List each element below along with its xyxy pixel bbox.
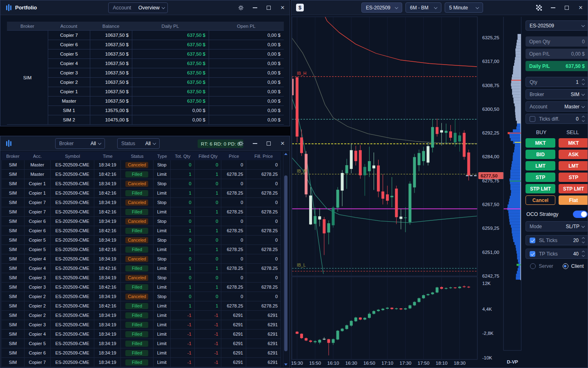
table-cell: Stop: [154, 236, 171, 245]
ticks-diff-checkbox[interactable]: [530, 116, 535, 122]
column-header[interactable]: Daily PL: [132, 24, 209, 29]
portfolio-view-switch[interactable]: Account Overview: [108, 2, 168, 13]
column-header[interactable]: Open PL: [209, 24, 284, 29]
buy-stp-lmt-button[interactable]: STP LMT: [526, 184, 555, 193]
order-row[interactable]: SIMCopier 1ES-202509-CME18:34:19Canceled…: [1, 179, 281, 188]
sell-mkt-button[interactable]: MKT: [559, 138, 588, 148]
stepper-icon[interactable]: [582, 238, 584, 243]
order-row[interactable]: SIMCopier 3ES-202509-CME18:34:19FilledLi…: [1, 320, 281, 330]
svg-text:IB_L: IB_L: [297, 263, 306, 267]
order-row[interactable]: SIMCopier 7ES-202509-CME18:42:16FilledLi…: [1, 207, 281, 217]
buy-bid-button[interactable]: BID: [526, 150, 555, 159]
oco-toggle[interactable]: [573, 211, 588, 218]
column-header[interactable]: Balance: [90, 24, 132, 29]
sell-stp-lmt-button[interactable]: STP LMT: [559, 184, 588, 193]
tab-overview[interactable]: Overview: [135, 5, 167, 11]
order-row[interactable]: SIMCopier 6ES-202509-CME18:42:16FilledLi…: [1, 226, 281, 236]
stepper-icon[interactable]: [582, 79, 584, 85]
maximize-button[interactable]: [266, 141, 272, 146]
column-header[interactable]: Acc.: [24, 154, 51, 159]
settings-gear-icon[interactable]: [238, 5, 244, 11]
sl-ticks-row[interactable]: SL Ticks20: [526, 235, 588, 245]
order-row[interactable]: SIMMasterES-202509-CME18:34:19CanceledSt…: [1, 160, 281, 170]
tab-account[interactable]: Account: [109, 5, 135, 11]
client-radio[interactable]: Client: [563, 263, 584, 269]
order-row[interactable]: SIMCopier 4ES-202509-CME18:34:19FilledLi…: [1, 330, 281, 339]
tp-ticks-row[interactable]: TP Ticks40: [526, 249, 588, 259]
column-header[interactable]: Tot. Qty: [171, 154, 195, 159]
column-header[interactable]: Broker: [7, 24, 48, 29]
order-row[interactable]: SIMCopier 1ES-202509-CME18:42:16FilledLi…: [1, 188, 281, 198]
sl-ticks-checkbox[interactable]: [530, 238, 535, 243]
scroll-up-icon[interactable]: [284, 153, 287, 155]
minimize-button[interactable]: [550, 5, 556, 11]
scrollbar-thumb[interactable]: [284, 175, 287, 351]
buy-lmt-button[interactable]: LMT: [526, 161, 555, 171]
buy-mkt-button[interactable]: MKT: [526, 138, 555, 148]
order-row[interactable]: SIMCopier 5ES-202509-CME18:34:19FilledLi…: [1, 339, 281, 348]
account-select[interactable]: AccountMaster: [526, 101, 588, 112]
broker-filter-select[interactable]: Broker All: [55, 138, 105, 149]
order-row[interactable]: SIMCopier 7ES-202509-CME18:34:19FilledLi…: [1, 358, 281, 367]
column-header[interactable]: Account: [48, 24, 90, 29]
delta-candle: [318, 340, 321, 343]
table-cell: 6291: [221, 339, 246, 348]
order-row[interactable]: SIMCopier 2ES-202509-CME18:42:16FilledLi…: [1, 301, 281, 311]
stepper-icon[interactable]: [582, 251, 584, 256]
order-row[interactable]: SIMCopier 2ES-202509-CME18:34:19FilledLi…: [1, 311, 281, 320]
timeframe-select[interactable]: 5 Minute: [445, 2, 483, 13]
status-filter-select[interactable]: Status All: [117, 138, 160, 149]
sell-stp-button[interactable]: STP: [559, 173, 588, 182]
orders-titlebar[interactable]: Broker All Status All RT: 6 RD: 0 PD: 0 …: [0, 136, 290, 151]
column-header[interactable]: Status: [121, 154, 154, 159]
maximize-button[interactable]: [266, 5, 272, 11]
close-button[interactable]: ×: [280, 141, 285, 146]
orders-scrollbar[interactable]: [283, 152, 288, 367]
close-button[interactable]: ×: [578, 5, 584, 11]
column-header[interactable]: Time: [94, 154, 121, 159]
order-row[interactable]: SIMCopier 3ES-202509-CME18:34:19Canceled…: [1, 273, 281, 283]
pattern-icon[interactable]: [536, 5, 542, 11]
price-chart[interactable]: IB_HIB_MIB_L6325,256317,006308,756300,50…: [291, 0, 521, 368]
tp-ticks-checkbox[interactable]: [530, 251, 535, 257]
maximize-button[interactable]: [564, 5, 570, 11]
mode-select[interactable]: ModeSL/TP: [526, 221, 588, 231]
broker-select[interactable]: BrokerSIM: [526, 89, 588, 99]
close-button[interactable]: ×: [280, 5, 285, 11]
settings-gear-icon[interactable]: [238, 141, 244, 146]
sell-lmt-button[interactable]: LMT: [559, 161, 588, 171]
column-header[interactable]: Price: [221, 154, 246, 159]
order-row[interactable]: SIMMasterES-202509-CME18:42:16FilledLimi…: [1, 170, 281, 179]
order-row[interactable]: SIMCopier 3ES-202509-CME18:42:16FilledLi…: [1, 283, 281, 292]
order-row[interactable]: SIMCopier 5ES-202509-CME18:34:19Canceled…: [1, 236, 281, 245]
table-cell: 637,50 $: [132, 77, 209, 87]
order-row[interactable]: SIMCopier 2ES-202509-CME18:34:19Canceled…: [1, 292, 281, 301]
order-row[interactable]: SIMCopier 7ES-202509-CME18:34:19Canceled…: [1, 198, 281, 207]
order-row[interactable]: SIMCopier 6ES-202509-CME18:34:19FilledLi…: [1, 348, 281, 358]
symbol-select[interactable]: ES-202509: [361, 2, 402, 13]
order-row[interactable]: SIMCopier 4ES-202509-CME18:42:16FilledLi…: [1, 264, 281, 273]
sell-ask-button[interactable]: ASK: [559, 150, 588, 159]
column-header[interactable]: Fill. Price: [246, 154, 281, 159]
scroll-down-icon[interactable]: [284, 364, 287, 366]
order-row[interactable]: SIMCopier 5ES-202509-CME18:42:16FilledLi…: [1, 245, 281, 254]
column-header[interactable]: Broker: [1, 154, 24, 159]
chart-titlebar[interactable]: $ ES-202509 6M - BM 5 Minute ×: [291, 0, 588, 15]
server-radio[interactable]: Server: [530, 263, 553, 269]
qty-stepper[interactable]: Qty1: [526, 77, 588, 87]
minimize-button[interactable]: [252, 141, 258, 146]
portfolio-titlebar[interactable]: Portfolio Account Overview ×: [0, 0, 290, 15]
panel-symbol-select[interactable]: ES-202509: [526, 20, 588, 31]
column-header[interactable]: Type: [154, 154, 171, 159]
ticks-diff-row[interactable]: Ticks diff.0: [526, 114, 588, 124]
stepper-icon[interactable]: [582, 116, 584, 121]
flat-button[interactable]: Flat: [559, 195, 588, 205]
column-header[interactable]: Symbol: [51, 154, 95, 159]
order-row[interactable]: SIMCopier 6ES-202509-CME18:34:19Canceled…: [1, 217, 281, 226]
minimize-button[interactable]: [252, 5, 258, 11]
order-row[interactable]: SIMCopier 4ES-202509-CME18:34:19Canceled…: [1, 254, 281, 264]
cancel-button[interactable]: Cancel: [526, 195, 555, 205]
buy-stp-button[interactable]: STP: [526, 173, 555, 182]
column-header[interactable]: Filled Qty: [195, 154, 222, 159]
period-select[interactable]: 6M - BM: [405, 2, 441, 13]
